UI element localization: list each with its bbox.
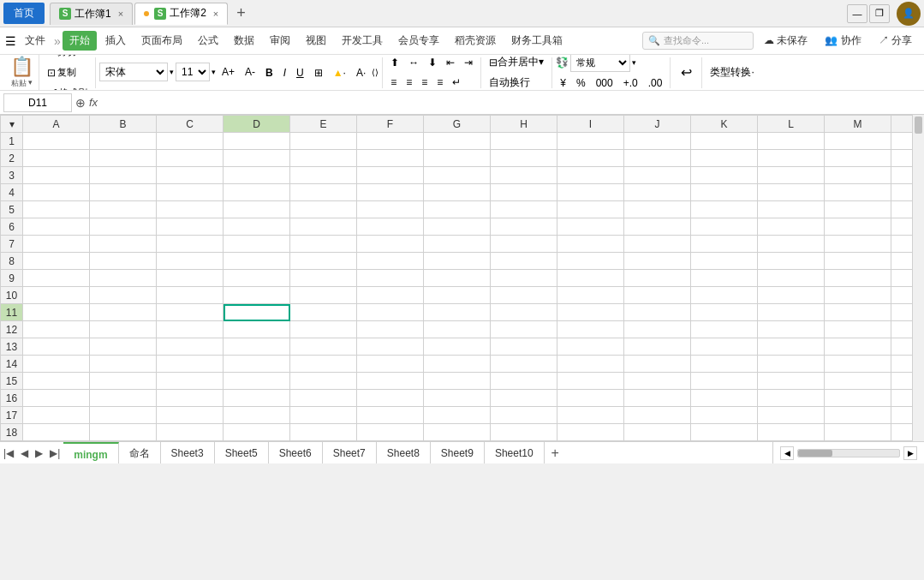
row-number-4[interactable]: 4 [1, 184, 23, 201]
cell-M4[interactable] [825, 184, 891, 201]
cell-L4[interactable] [758, 184, 825, 201]
cell-G3[interactable] [424, 167, 491, 184]
menu-finance-tools[interactable]: 财务工具箱 [504, 31, 569, 51]
percent-button[interactable]: % [572, 74, 590, 92]
cell-F10[interactable] [357, 287, 424, 304]
decimal-minus-button[interactable]: .00 [644, 74, 667, 92]
cell-L12[interactable] [758, 321, 825, 338]
cell-A14[interactable] [23, 356, 90, 373]
cell-M13[interactable] [825, 338, 891, 356]
cell-M2[interactable] [825, 150, 891, 167]
row-number-15[interactable]: 15 [1, 373, 23, 390]
cell-K10[interactable] [691, 287, 758, 304]
cell-H2[interactable] [491, 150, 557, 167]
cell-F2[interactable] [357, 150, 424, 167]
row-number-11[interactable]: 11 [1, 304, 23, 321]
cell-K17[interactable] [691, 407, 758, 424]
cell-A11[interactable] [23, 304, 90, 321]
underline-button[interactable]: U [292, 63, 308, 82]
cell-C4[interactable] [157, 184, 224, 201]
cell-H15[interactable] [491, 373, 557, 390]
cell-F14[interactable] [357, 356, 424, 373]
row-number-14[interactable]: 14 [1, 356, 23, 373]
cell-A4[interactable] [23, 184, 90, 201]
cell-I14[interactable] [557, 356, 624, 373]
cell-H10[interactable] [491, 287, 557, 304]
cell-B13[interactable] [90, 338, 157, 356]
cell-L2[interactable] [758, 150, 825, 167]
cell-K11[interactable] [691, 304, 758, 321]
copy-button[interactable]: ⊡ 复制 [43, 63, 92, 82]
row-number-6[interactable]: 6 [1, 218, 23, 236]
hamburger-menu[interactable]: ☰ [5, 34, 16, 48]
font-color-button[interactable]: A · [352, 63, 370, 82]
sheet-tab-sheet5[interactable]: Sheet5 [215, 442, 269, 464]
cell-A10[interactable] [23, 287, 90, 304]
cell-N3[interactable] [891, 167, 913, 184]
cell-N2[interactable] [891, 150, 913, 167]
align-top-button[interactable]: ⬆ [386, 55, 403, 72]
col-header-k[interactable]: K [691, 116, 758, 133]
indent-right-button[interactable]: ⇥ [460, 55, 477, 72]
align-bottom-button[interactable]: ⬇ [424, 55, 441, 72]
cell-E15[interactable] [290, 373, 357, 390]
cell-I8[interactable] [557, 253, 624, 270]
cell-E2[interactable] [290, 150, 357, 167]
cell-E7[interactable] [290, 236, 357, 253]
cell-C16[interactable] [157, 390, 224, 407]
cell-G9[interactable] [424, 270, 491, 287]
cell-D10[interactable] [224, 287, 290, 304]
cell-I3[interactable] [557, 167, 624, 184]
row-number-2[interactable]: 2 [1, 150, 23, 167]
sheet-tab-sheet7[interactable]: Sheet7 [323, 442, 377, 464]
cell-J7[interactable] [624, 236, 691, 253]
cell-F11[interactable] [357, 304, 424, 321]
cell-F12[interactable] [357, 321, 424, 338]
sheet-nav-prev[interactable]: ◀ [17, 442, 32, 464]
cell-J15[interactable] [624, 373, 691, 390]
cell-F1[interactable] [357, 133, 424, 150]
cell-J5[interactable] [624, 201, 691, 218]
cell-M11[interactable] [825, 304, 891, 321]
cell-C10[interactable] [157, 287, 224, 304]
cell-L18[interactable] [758, 424, 825, 441]
merge-center-button[interactable]: ⊟ 合并居中▾ [485, 55, 548, 72]
cell-D6[interactable] [224, 218, 290, 236]
row-number-18[interactable]: 18 [1, 424, 23, 441]
cell-I18[interactable] [557, 424, 624, 441]
cell-N5[interactable] [891, 201, 913, 218]
cell-F6[interactable] [357, 218, 424, 236]
cell-K13[interactable] [691, 338, 758, 356]
cell-I5[interactable] [557, 201, 624, 218]
row-number-16[interactable]: 16 [1, 390, 23, 407]
cell-D11[interactable] [224, 304, 290, 321]
cell-E12[interactable] [290, 321, 357, 338]
menu-more-icon[interactable]: » [54, 34, 61, 48]
cell-E10[interactable] [290, 287, 357, 304]
col-header-g[interactable]: G [424, 116, 491, 133]
cell-K5[interactable] [691, 201, 758, 218]
row-number-3[interactable]: 3 [1, 167, 23, 184]
cell-C12[interactable] [157, 321, 224, 338]
cell-B18[interactable] [90, 424, 157, 441]
menu-page-layout[interactable]: 页面布局 [134, 31, 189, 51]
menu-review[interactable]: 审阅 [263, 31, 297, 51]
cell-B17[interactable] [90, 407, 157, 424]
cell-B5[interactable] [90, 201, 157, 218]
cell-E13[interactable] [290, 338, 357, 356]
row-number-7[interactable]: 7 [1, 236, 23, 253]
cell-G5[interactable] [424, 201, 491, 218]
menu-view[interactable]: 视图 [299, 31, 333, 51]
cell-I1[interactable] [557, 133, 624, 150]
tab-workbook2[interactable]: S 工作簿2 × [134, 3, 228, 25]
tab1-close-btn[interactable]: × [118, 9, 123, 19]
cell-E9[interactable] [290, 270, 357, 287]
cell-B3[interactable] [90, 167, 157, 184]
cell-G7[interactable] [424, 236, 491, 253]
cell-H13[interactable] [491, 338, 557, 356]
cell-L13[interactable] [758, 338, 825, 356]
cell-K18[interactable] [691, 424, 758, 441]
cell-L16[interactable] [758, 390, 825, 407]
cell-H9[interactable] [491, 270, 557, 287]
cell-I11[interactable] [557, 304, 624, 321]
